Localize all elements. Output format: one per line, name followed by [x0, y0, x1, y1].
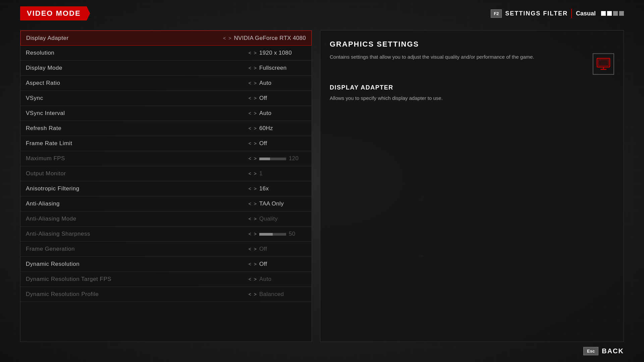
setting-value-maximum-fps: 120: [259, 155, 306, 162]
setting-row-vsync[interactable]: VSyncOff: [20, 91, 312, 106]
setting-row-maximum-fps[interactable]: Maximum FPS120: [20, 151, 312, 166]
arrow-left-refresh-rate[interactable]: [249, 126, 251, 131]
arrow-left-maximum-fps[interactable]: [249, 156, 251, 161]
info-item-desc: Allows you to specify which display adap…: [330, 95, 614, 102]
setting-value-anisotropic-filtering: 16x: [259, 185, 306, 192]
setting-row-vsync-interval[interactable]: VSync IntervalAuto: [20, 106, 312, 121]
arrow-right-display-adapter[interactable]: [228, 36, 231, 41]
setting-label-dynamic-resolution-target-fps: Dynamic Resolution Target FPS: [26, 276, 249, 283]
setting-label-dynamic-resolution-profile: Dynamic Resolution Profile: [26, 291, 249, 298]
setting-row-anti-aliasing[interactable]: Anti-AliasingTAA Only: [20, 196, 312, 212]
info-panel: GRAPHICS SETTINGS Contains settings that…: [320, 30, 624, 342]
setting-value-frame-generation: Off: [259, 246, 306, 252]
arrow-left-output-monitor[interactable]: [249, 171, 251, 176]
arrow-left-frame-rate-limit[interactable]: [249, 141, 251, 146]
setting-value-frame-rate-limit: Off: [259, 140, 306, 147]
arrow-right-dynamic-resolution-profile[interactable]: [254, 292, 257, 297]
setting-label-refresh-rate: Refresh Rate: [26, 125, 249, 132]
setting-control-dynamic-resolution-target-fps: Auto: [249, 276, 306, 283]
arrow-left-vsync-interval[interactable]: [249, 111, 251, 116]
setting-row-display-adapter[interactable]: Display AdapterNVIDIA GeForce RTX 4080: [20, 31, 312, 46]
grid-icon-3: [613, 11, 618, 16]
arrow-right-frame-rate-limit[interactable]: [254, 141, 257, 146]
arrow-right-dynamic-resolution-target-fps[interactable]: [254, 277, 257, 282]
arrow-left-anti-aliasing-mode[interactable]: [249, 216, 251, 222]
setting-label-frame-generation: Frame Generation: [26, 246, 249, 252]
setting-label-anti-aliasing-sharpness: Anti-Aliasing Sharpness: [26, 231, 249, 237]
setting-control-vsync: Off: [249, 95, 306, 102]
setting-value-anti-aliasing: TAA Only: [259, 200, 306, 207]
monitor-icon: [596, 58, 610, 70]
setting-row-resolution[interactable]: Resolution1920 x 1080: [20, 46, 312, 61]
setting-value-output-monitor: 1: [259, 170, 306, 177]
setting-label-anti-aliasing: Anti-Aliasing: [26, 200, 249, 207]
setting-label-resolution: Resolution: [26, 50, 249, 56]
arrow-left-aspect-ratio[interactable]: [249, 80, 251, 86]
arrow-right-refresh-rate[interactable]: [254, 126, 257, 131]
setting-value-refresh-rate: 60Hz: [259, 125, 306, 132]
slider-track-maximum-fps[interactable]: [259, 158, 286, 160]
setting-control-anisotropic-filtering: 16x: [249, 185, 306, 192]
setting-row-dynamic-resolution-profile[interactable]: Dynamic Resolution ProfileBalanced: [20, 287, 312, 302]
arrow-right-anisotropic-filtering[interactable]: [254, 186, 257, 191]
arrow-right-vsync-interval[interactable]: [254, 111, 257, 116]
arrow-right-resolution[interactable]: [254, 50, 257, 56]
f2-key[interactable]: F2: [491, 9, 502, 18]
setting-value-vsync-interval: Auto: [259, 110, 306, 117]
setting-value-anti-aliasing-mode: Quality: [259, 216, 306, 222]
arrow-left-vsync[interactable]: [249, 96, 251, 101]
header: VIDEO MODE F2 SETTINGS FILTER Casual: [0, 0, 644, 27]
setting-value-dynamic-resolution-target-fps: Auto: [259, 276, 306, 283]
setting-row-anisotropic-filtering[interactable]: Anisotropic Filtering16x: [20, 181, 312, 196]
slider-track-anti-aliasing-sharpness[interactable]: [259, 233, 286, 236]
setting-row-dynamic-resolution[interactable]: Dynamic ResolutionOff: [20, 257, 312, 272]
arrow-left-anti-aliasing-sharpness[interactable]: [249, 231, 251, 237]
setting-row-aspect-ratio[interactable]: Aspect RatioAuto: [20, 76, 312, 91]
esc-key[interactable]: Esc: [583, 347, 598, 355]
arrow-right-anti-aliasing-sharpness[interactable]: [254, 231, 257, 237]
arrow-left-frame-generation[interactable]: [249, 246, 251, 252]
arrow-left-display-mode[interactable]: [249, 65, 251, 71]
setting-label-display-mode: Display Mode: [26, 65, 249, 71]
info-item-title: DISPLAY ADAPTER: [330, 84, 614, 91]
setting-label-display-adapter: Display Adapter: [26, 35, 223, 42]
arrow-left-dynamic-resolution[interactable]: [249, 261, 251, 267]
grid-icon-2: [607, 11, 612, 16]
arrow-left-display-adapter[interactable]: [223, 36, 226, 41]
main-content: Display AdapterNVIDIA GeForce RTX 4080Re…: [20, 30, 624, 342]
arrow-left-dynamic-resolution-profile[interactable]: [249, 292, 251, 297]
arrow-left-resolution[interactable]: [249, 50, 251, 56]
setting-row-frame-rate-limit[interactable]: Frame Rate LimitOff: [20, 136, 312, 151]
setting-value-display-adapter: NVIDIA GeForce RTX 4080: [234, 35, 306, 42]
filter-divider: [571, 9, 572, 18]
grid-icon-1: [601, 11, 606, 16]
setting-row-refresh-rate[interactable]: Refresh Rate60Hz: [20, 121, 312, 136]
arrow-right-display-mode[interactable]: [254, 65, 257, 71]
setting-label-aspect-ratio: Aspect Ratio: [26, 80, 249, 86]
arrow-right-frame-generation[interactable]: [254, 246, 257, 252]
setting-control-display-mode: Fullscreen: [249, 65, 306, 71]
back-button[interactable]: BACK: [602, 347, 624, 355]
arrow-left-anti-aliasing[interactable]: [249, 201, 251, 206]
setting-row-frame-generation[interactable]: Frame GenerationOff: [20, 242, 312, 257]
arrow-right-dynamic-resolution[interactable]: [254, 261, 257, 267]
setting-row-dynamic-resolution-target-fps[interactable]: Dynamic Resolution Target FPSAuto: [20, 272, 312, 287]
arrow-right-anti-aliasing[interactable]: [254, 201, 257, 206]
arrow-left-dynamic-resolution-target-fps[interactable]: [249, 277, 251, 282]
arrow-right-vsync[interactable]: [254, 96, 257, 101]
arrow-right-output-monitor[interactable]: [254, 171, 257, 176]
arrow-left-anisotropic-filtering[interactable]: [249, 186, 251, 191]
setting-row-display-mode[interactable]: Display ModeFullscreen: [20, 61, 312, 76]
settings-panel[interactable]: Display AdapterNVIDIA GeForce RTX 4080Re…: [20, 30, 312, 342]
setting-row-anti-aliasing-sharpness[interactable]: Anti-Aliasing Sharpness50: [20, 227, 312, 242]
setting-control-refresh-rate: 60Hz: [249, 125, 306, 132]
setting-control-dynamic-resolution: Off: [249, 261, 306, 267]
arrow-right-anti-aliasing-mode[interactable]: [254, 216, 257, 222]
setting-row-output-monitor[interactable]: Output Monitor1: [20, 166, 312, 181]
setting-value-anti-aliasing-sharpness: 50: [259, 231, 306, 237]
setting-control-dynamic-resolution-profile: Balanced: [249, 291, 306, 298]
setting-row-anti-aliasing-mode[interactable]: Anti-Aliasing ModeQuality: [20, 212, 312, 227]
setting-label-dynamic-resolution: Dynamic Resolution: [26, 261, 249, 267]
arrow-right-maximum-fps[interactable]: [254, 156, 257, 161]
arrow-right-aspect-ratio[interactable]: [254, 80, 257, 86]
